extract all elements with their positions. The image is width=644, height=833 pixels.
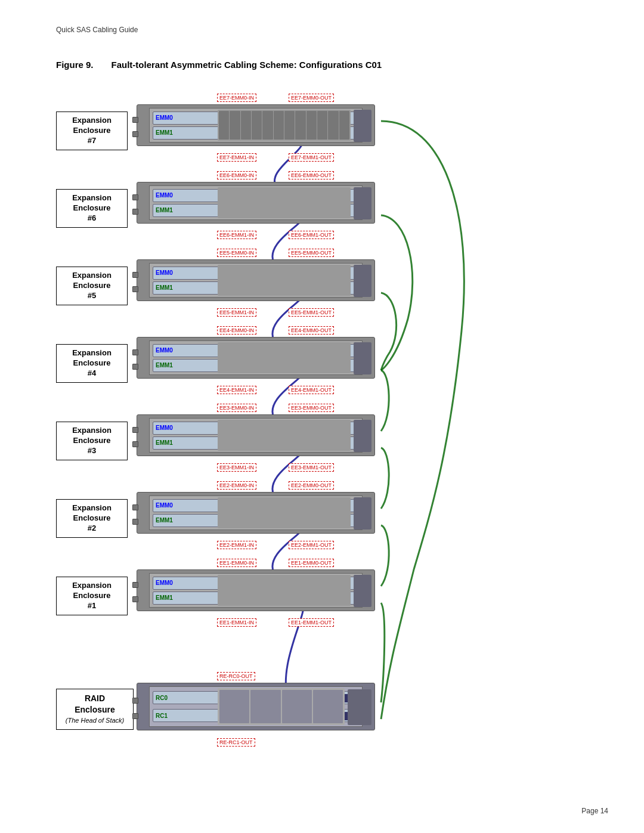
- guide-title: Quick SAS Cabling Guide: [56, 26, 138, 34]
- figure-number: Figure 9.: [56, 60, 94, 70]
- ee4-unit: EMM0 EMM1: [137, 337, 375, 379]
- ee6-psu: [354, 187, 371, 219]
- figure-caption: Fault-tolerant Asymmetric Cabling Scheme…: [112, 60, 382, 70]
- ee6-sc-top: [132, 194, 138, 200]
- figure-title-area: Figure 9. Fault-tolerant Asymmetric Cabl…: [56, 60, 382, 70]
- ee1-unit: EMM0 EMM1 ✕: [137, 569, 375, 611]
- ee5-label: Expansion Enclosure #5: [56, 267, 128, 305]
- ee3-label: Expansion Enclosure #3: [56, 422, 128, 460]
- ee7-unit: EMM0 ✕ EMM1: [137, 104, 375, 146]
- page-number: Page 14: [581, 807, 608, 815]
- re-label: RAID Enclosure (The Head of Stack): [56, 689, 134, 730]
- ee6-sc-bot: [132, 209, 138, 215]
- ee5-unit: EMM0 EMM1: [137, 259, 375, 301]
- ee7-drive-bay: [218, 110, 351, 141]
- ee7-side-connector-top: [132, 117, 138, 123]
- ee5-sc-top: [132, 272, 138, 278]
- ee2-unit: EMM0 EMM1: [137, 492, 375, 534]
- diagram-area: Expansion Enclosure #7 EE7-EMM0-IN EE7-E…: [56, 92, 581, 808]
- ee3-unit: EMM0 EMM1: [137, 414, 375, 456]
- ee7-label: Expansion Enclosure #7: [56, 112, 128, 150]
- ee1-label: Expansion Enclosure #1: [56, 577, 128, 615]
- ee6-drive-bay: [218, 187, 351, 218]
- re-unit: RC0 RC1: [137, 683, 375, 730]
- ee4-label: Expansion Enclosure #4: [56, 344, 128, 383]
- ee2-label: Expansion Enclosure #2: [56, 499, 128, 538]
- ee5-sc-bot: [132, 286, 138, 292]
- ee6-unit: EMM0 EMM1: [137, 182, 375, 224]
- ee7-side-connector-bot: [132, 131, 138, 137]
- ee7-psu-right: [354, 110, 371, 142]
- ee6-label: Expansion Enclosure #6: [56, 189, 128, 228]
